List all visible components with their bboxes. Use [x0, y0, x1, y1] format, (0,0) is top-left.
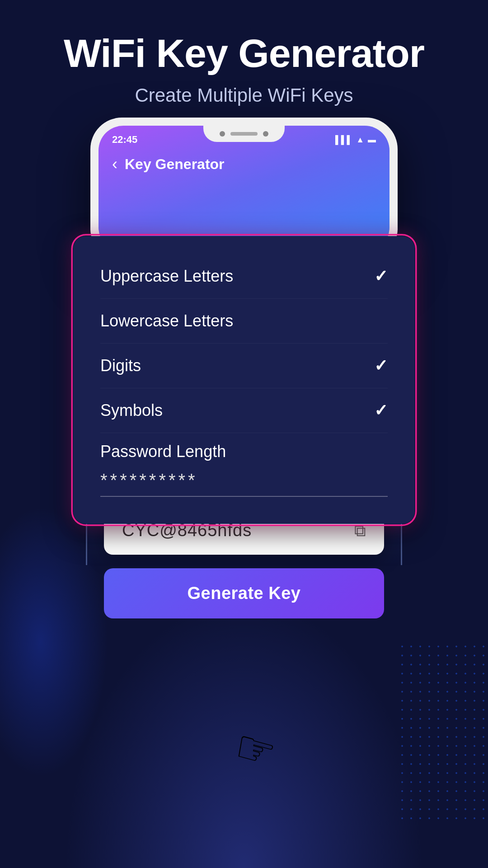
option-digits[interactable]: Digits ✓ [100, 344, 388, 388]
phone-time: 22:45 [112, 134, 137, 146]
password-length-input[interactable]: ********** [100, 470, 388, 497]
back-button[interactable]: ‹ [112, 155, 117, 174]
notch-camera [220, 131, 225, 137]
notch-speaker [230, 132, 258, 136]
wifi-icon: ▲ [356, 135, 364, 145]
option-digits-label: Digits [100, 356, 141, 375]
finger-pointer: ☞ [229, 719, 282, 780]
option-symbols-label: Symbols [100, 401, 163, 420]
option-lowercase[interactable]: Lowercase Letters [100, 299, 388, 344]
nav-title: Key Generator [125, 156, 225, 173]
option-digits-check: ✓ [374, 356, 388, 375]
options-card: Uppercase Letters ✓ Lowercase Letters Di… [72, 235, 416, 525]
status-icons: ▌▌▌ ▲ ▬ [335, 135, 376, 145]
password-length-label: Password Length [100, 442, 388, 461]
app-title: WiFi Key Generator [27, 32, 461, 75]
app-subtitle: Create Multiple WiFi Keys [27, 85, 461, 106]
signal-icon: ▌▌▌ [335, 135, 352, 145]
option-lowercase-label: Lowercase Letters [100, 311, 233, 330]
notch-dot-2 [263, 131, 268, 137]
phone-notch [203, 126, 285, 142]
option-symbols[interactable]: Symbols ✓ [100, 388, 388, 433]
phone-screen: 22:45 ▌▌▌ ▲ ▬ ‹ Key Generator [99, 126, 389, 252]
phone-navbar: ‹ Key Generator [99, 146, 389, 183]
option-symbols-check: ✓ [374, 401, 388, 420]
option-uppercase-check: ✓ [374, 267, 388, 286]
option-uppercase-label: Uppercase Letters [100, 267, 233, 286]
battery-icon: ▬ [368, 135, 376, 145]
app-header: WiFi Key Generator Create Multiple WiFi … [0, 0, 488, 124]
option-uppercase[interactable]: Uppercase Letters ✓ [100, 254, 388, 299]
generate-key-button[interactable]: Generate Key [104, 568, 384, 618]
password-length-section: Password Length ********** [100, 433, 388, 501]
